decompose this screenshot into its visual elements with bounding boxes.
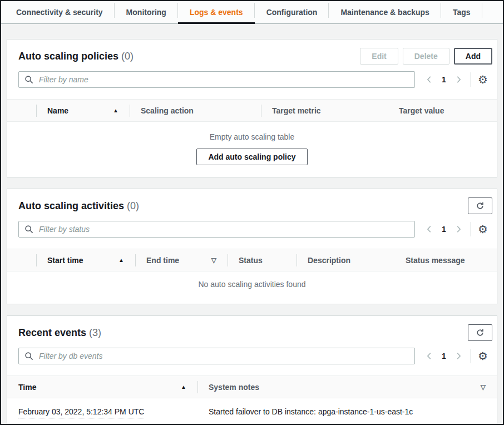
add-auto-scaling-policy-button[interactable]: Add auto scaling policy: [196, 149, 307, 165]
selection-column-header: [7, 249, 36, 271]
refresh-icon: [476, 201, 485, 210]
events-pagination: 1 ⚙: [422, 348, 491, 364]
next-page-button[interactable]: [451, 71, 466, 88]
panel-title: Recent events (3): [18, 327, 101, 339]
refresh-icon: [476, 328, 485, 337]
tab-configuration[interactable]: Configuration: [255, 1, 329, 23]
previous-page-button[interactable]: [422, 71, 437, 88]
policies-filter-input[interactable]: [18, 71, 415, 88]
sort-descending-icon: ▽: [211, 256, 216, 264]
column-label: Start time: [47, 256, 83, 265]
activities-filter-input[interactable]: [18, 221, 415, 238]
column-header-status-message[interactable]: Status message: [394, 249, 497, 271]
event-note-cell: Started failover to DB instance: apga-in…: [197, 398, 497, 425]
events-table: Time ▲ System notes ▽: [7, 375, 497, 425]
column-header-time[interactable]: Time ▲: [7, 376, 197, 398]
sort-ascending-icon: ▲: [113, 107, 118, 113]
next-page-button[interactable]: [451, 221, 466, 238]
column-label: Status: [239, 256, 263, 265]
edit-button[interactable]: Edit: [360, 48, 398, 65]
panel-title: Auto scaling activities (0): [18, 200, 139, 212]
recent-events-panel: Recent events (3): [7, 315, 497, 425]
column-header-end-time[interactable]: End time ▽: [135, 249, 228, 271]
previous-page-button[interactable]: [422, 348, 437, 364]
next-page-button[interactable]: [451, 348, 466, 364]
tab-content: Auto scaling policies (0) Edit Delete Ad…: [1, 24, 503, 425]
event-time-cell: February 03, 2022, 5:12:34 PM UTC: [7, 398, 197, 425]
column-header-system-notes[interactable]: System notes ▽: [197, 376, 497, 398]
activities-pagination: 1 ⚙: [422, 221, 491, 238]
event-timestamp[interactable]: February 03, 2022, 5:12:34 PM UTC: [18, 407, 144, 418]
event-row: February 03, 2022, 5:12:34 PM UTC Starte…: [7, 398, 497, 425]
column-label: Status message: [406, 256, 465, 265]
policies-table: Name ▲ Scaling action Target metric Targ…: [7, 99, 497, 122]
panel-count: (0): [127, 200, 139, 211]
tab-monitoring[interactable]: Monitoring: [115, 1, 178, 23]
column-label: End time: [146, 256, 179, 265]
column-label: System notes: [209, 383, 259, 392]
settings-gear-icon[interactable]: ⚙: [475, 71, 491, 88]
tab-maintenance-backups[interactable]: Maintenance & backups: [329, 1, 441, 23]
events-filter-input[interactable]: [18, 348, 415, 364]
auto-scaling-policies-panel: Auto scaling policies (0) Edit Delete Ad…: [7, 39, 497, 177]
column-label: Scaling action: [141, 106, 194, 115]
empty-state-message: Empty auto scaling table: [7, 132, 497, 141]
tab-logs-events[interactable]: Logs & events: [178, 1, 255, 23]
previous-page-button[interactable]: [422, 221, 437, 238]
column-header-description[interactable]: Description: [297, 249, 394, 271]
policies-pagination: 1 ⚙: [422, 71, 491, 88]
delete-button[interactable]: Delete: [403, 48, 449, 65]
settings-gear-icon[interactable]: ⚙: [475, 348, 491, 364]
column-label: Target value: [399, 106, 444, 115]
rds-logs-events-page: Connectivity & security Monitoring Logs …: [0, 0, 504, 425]
events-filter: [18, 348, 415, 364]
column-header-status[interactable]: Status: [228, 249, 297, 271]
refresh-button[interactable]: [468, 197, 492, 214]
tab-tags[interactable]: Tags: [441, 1, 482, 23]
settings-gear-icon[interactable]: ⚙: [475, 221, 491, 238]
column-label: Name: [47, 106, 68, 115]
divider: [470, 72, 471, 87]
column-label: Target metric: [272, 106, 321, 115]
sort-descending-icon: ▽: [481, 383, 486, 391]
column-header-target-value[interactable]: Target value: [388, 100, 497, 122]
tab-bar: Connectivity & security Monitoring Logs …: [1, 1, 503, 24]
current-page-number: 1: [437, 352, 451, 360]
panel-count: (0): [121, 51, 134, 62]
panel-title-text: Recent events: [18, 327, 86, 338]
column-label: Time: [18, 383, 36, 392]
current-page-number: 1: [437, 225, 451, 234]
auto-scaling-activities-panel: Auto scaling activities (0): [7, 189, 497, 304]
column-header-scaling-action[interactable]: Scaling action: [130, 100, 261, 122]
column-label: Description: [308, 256, 350, 265]
activities-table: Start time ▲ End time ▽ Status: [7, 249, 497, 271]
column-header-target-metric[interactable]: Target metric: [261, 100, 388, 122]
tab-connectivity-security[interactable]: Connectivity & security: [4, 1, 115, 23]
activities-filter: [18, 221, 415, 238]
sort-ascending-icon: ▲: [118, 257, 124, 263]
panel-title: Auto scaling policies (0): [18, 51, 134, 62]
divider: [470, 222, 471, 236]
panel-title-text: Auto scaling activities: [18, 200, 124, 211]
sort-ascending-icon: ▲: [181, 384, 186, 390]
current-page-number: 1: [437, 75, 451, 84]
column-header-start-time[interactable]: Start time ▲: [36, 249, 135, 271]
policies-empty-state: Empty auto scaling table Add auto scalin…: [7, 122, 497, 177]
refresh-button[interactable]: [468, 324, 492, 341]
selection-column-header: [7, 100, 36, 122]
activities-empty-state: No auto scaling activities found: [7, 271, 497, 304]
panel-count: (3): [89, 327, 101, 338]
column-header-name[interactable]: Name ▲: [36, 100, 130, 122]
policies-filter: [18, 71, 415, 88]
panel-title-text: Auto scaling policies: [18, 51, 118, 62]
add-button[interactable]: Add: [454, 48, 492, 65]
divider: [470, 349, 471, 363]
